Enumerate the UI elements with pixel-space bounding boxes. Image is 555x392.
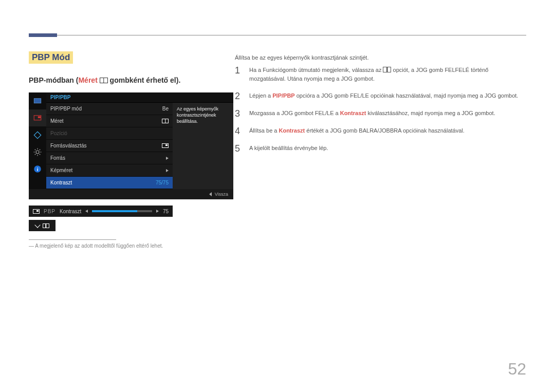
osd-row-value: 75/75 [156, 180, 169, 185]
step-body: Lépjen a PIP/PBP opcióra a JOG gomb FEL/… [249, 91, 526, 101]
step-number: 1 [235, 66, 242, 83]
t-h: Kontraszt [340, 110, 366, 116]
t-h: PIP/PBP [272, 92, 294, 99]
t: Mozgassa a JOG gombot FEL/LE a [249, 110, 340, 116]
osd-row-label: PIP/PBP mód [50, 106, 82, 111]
step-body: A kijelölt beállítás érvénybe lép. [249, 144, 526, 153]
osd-row-label: Pozíció [50, 130, 67, 136]
osd-footer: Vissza [29, 189, 233, 199]
osd-row-position: Pozíció [46, 127, 173, 140]
osd-icon-info[interactable]: i [29, 160, 46, 177]
step-2: 2 Lépjen a PIP/PBP opcióra a JOG gomb FE… [235, 91, 526, 101]
step-1: 1 Ha a Funkciógomb útmutató megjelenik, … [235, 66, 526, 83]
left-column: PBP Mód PBP-módban (Méret gombként érhet… [29, 51, 234, 249]
t: kiválasztásához, majd nyomja meg a JOG g… [366, 110, 495, 116]
osd-row-label: Kontraszt [50, 180, 72, 185]
svg-text:i: i [37, 166, 39, 172]
step-body: Mozgassa a JOG gombot FEL/LE a Kontraszt… [249, 109, 526, 118]
chevron-right-icon[interactable] [156, 210, 159, 213]
pbp-split-icon [383, 67, 391, 72]
subheading-suffix: gombként érhető el). [108, 76, 181, 84]
osd-row-sourceselect[interactable]: Forrásválasztás [46, 140, 173, 152]
t: Ha a Funkciógomb útmutató megjelenik, vá… [249, 67, 383, 73]
chevron-down-icon [34, 222, 40, 228]
osd-sidebar: i [29, 92, 46, 189]
chevron-left-icon[interactable] [85, 210, 88, 213]
osd-row-size[interactable]: Méret [46, 115, 173, 127]
slider-mode: PBP [44, 209, 55, 214]
split-icon [162, 118, 169, 124]
svg-rect-0 [34, 98, 41, 103]
pbp-split-icon [43, 223, 49, 228]
chevron-right-icon [166, 169, 169, 172]
osd-icon-picture[interactable] [29, 92, 46, 109]
t-h: Kontraszt [279, 127, 305, 134]
osd-row-value: Be [162, 106, 169, 111]
osd-row-label: Forrásválasztás [50, 143, 87, 148]
section-title: PBP Mód [29, 51, 73, 64]
top-accent [29, 33, 57, 37]
osd-row-contrast[interactable]: Kontraszt 75/75 [46, 177, 173, 189]
t: opcióra a JOG gomb FEL/LE opcióinak hasz… [295, 92, 519, 99]
svg-marker-3 [34, 132, 41, 139]
inset-icon [33, 209, 40, 214]
step-number: 3 [235, 109, 242, 118]
step-number: 5 [235, 144, 242, 153]
osd-menu: i PIP/PBP PIP/PBP mód Be Méret [29, 92, 233, 199]
osd-icon-pip[interactable] [29, 109, 46, 126]
footnote: ― A megjelenő kép az adott modelltől füg… [29, 243, 234, 249]
step-body: Állítsa be a Kontraszt értékét a JOG gom… [249, 126, 526, 136]
pbp-split-icon [100, 78, 108, 83]
step-5: 5 A kijelölt beállítás érvénybe lép. [235, 144, 526, 153]
slider-fill [92, 210, 137, 212]
t: A kijelölt beállítás érvénybe lép. [249, 145, 328, 151]
osd-row-label: Forrás [50, 155, 65, 161]
svg-rect-2 [38, 116, 41, 118]
step-number: 4 [235, 126, 242, 136]
step-3: 3 Mozgassa a JOG gombot FEL/LE a Kontras… [235, 109, 526, 118]
osd-row-label: Méret [50, 118, 64, 124]
osd-row-label: Képméret [50, 167, 72, 173]
osd-list: PIP/PBP mód Be Méret Pozíció Forrásv [46, 103, 173, 189]
osd-icon-view[interactable] [29, 126, 46, 143]
slider-track[interactable] [92, 210, 152, 212]
divider [29, 239, 116, 240]
osd-back-label[interactable]: Vissza [215, 192, 228, 197]
right-column: Állítsa be az egyes képernyők kontrasztj… [235, 54, 526, 161]
osd-icon-settings[interactable] [29, 143, 46, 160]
inset-icon [162, 143, 169, 148]
subheading: PBP-módban (Méret gombként érhető el). [29, 76, 234, 84]
osd-tip: Az egyes képernyők kontrasztszintjének b… [173, 103, 233, 189]
top-border [29, 35, 526, 35]
subheading-prefix: PBP-módban ( [29, 76, 78, 84]
slider-box: PBP Kontraszt 75 [29, 206, 173, 217]
osd-row-pipmode[interactable]: PIP/PBP mód Be [46, 103, 173, 115]
t: értékét a JOG gomb BALRA/JOBBRA opcióina… [305, 127, 465, 134]
step-number: 2 [235, 91, 242, 101]
slider-value: 75 [163, 209, 169, 214]
osd-header: PIP/PBP [46, 92, 233, 103]
bottom-hint [29, 220, 55, 231]
step-body: Ha a Funkciógomb útmutató megjelenik, vá… [249, 66, 526, 83]
slider-label: Kontraszt [60, 209, 81, 214]
svg-point-4 [36, 151, 39, 154]
intro-text: Állítsa be az egyes képernyők kontrasztj… [235, 54, 526, 61]
osd-row-source[interactable]: Forrás [46, 152, 173, 164]
step-4: 4 Állítsa be a Kontraszt értékét a JOG g… [235, 126, 526, 136]
osd-row-imgsize[interactable]: Képméret [46, 164, 173, 177]
chevron-right-icon [166, 157, 169, 160]
chevron-left-icon [209, 192, 212, 196]
subheading-highlight: Méret [78, 76, 97, 84]
t: Lépjen a [249, 92, 272, 99]
t: Állítsa be a [249, 127, 279, 134]
page-number: 52 [508, 360, 526, 379]
